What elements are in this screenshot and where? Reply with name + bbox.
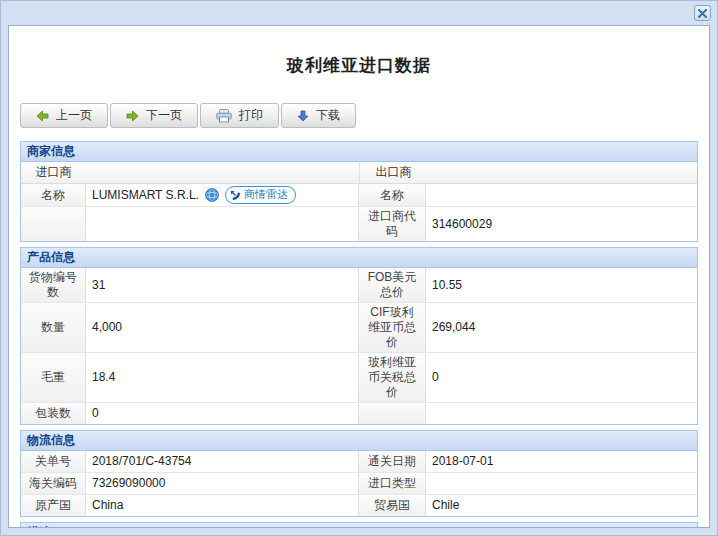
customs-no-value: 2018/701/C-43754 [86,451,359,472]
table-row: 数量 4,000 CIF玻利维亚币总价 269,044 [21,303,697,353]
importer-name-value: LUMISMART S.R.L. [86,184,359,206]
exporter-name-value [426,184,697,206]
close-icon [698,9,707,18]
hs-code-label: 海关编码 [21,473,86,494]
table-row: 货物编号数 31 FOB美元总价 10.55 [21,268,697,303]
download-label: 下载 [316,107,340,124]
radar-icon [230,190,241,201]
table-row: 毛重 18.4 玻利维亚币关税总价 0 [21,353,697,403]
exporter-column-header: 出口商 [360,164,427,181]
cargo-count-value: 31 [86,268,359,302]
detail-sections: 商家信息 进口商 出口商 名称 LUMISMART S.R.L. [20,141,698,528]
empty-value-cell [86,207,359,241]
page-title: 玻利维亚进口数据 [9,54,709,77]
print-label: 打印 [239,107,263,124]
print-button[interactable]: 打印 [200,103,279,128]
prev-page-button[interactable]: 上一页 [20,103,108,128]
table-row: 原产国 China 贸易国 Chile [21,495,697,516]
cargo-count-label: 货物编号数 [21,268,86,302]
cif-total-value: 269,044 [426,303,697,352]
arrow-left-icon [36,110,49,122]
printer-icon [216,109,232,123]
package-count-label: 包装数 [21,403,86,424]
fob-usd-value: 10.55 [426,268,697,302]
cif-total-label: CIF玻利维亚币总价 [359,303,426,352]
importer-name-text: LUMISMART S.R.L. [92,188,199,203]
importer-code-value: 314600029 [426,207,697,241]
section-product: 产品信息 货物编号数 31 FOB美元总价 10.55 数量 4,000 CIF… [20,247,698,425]
quantity-label: 数量 [21,303,86,352]
import-data-dialog: 玻利维亚进口数据 上一页 下一页 [0,0,718,536]
import-type-label: 进口类型 [359,473,426,494]
next-page-button[interactable]: 下一页 [110,103,198,128]
importer-name-label: 名称 [21,184,86,206]
section-description: 描述 产品描述 SUJETARDOR CONECTOR PARA TUBOS L… [20,522,698,528]
importer-column-header: 进口商 [21,164,86,181]
table-row: 进口商代码 314600029 [21,207,697,241]
origin-country-label: 原产国 [21,495,86,516]
section-merchant-header: 商家信息 [21,142,697,162]
customs-no-label: 关单号 [21,451,86,472]
tariff-total-label: 玻利维亚币关税总价 [359,353,426,402]
radar-badge-label: 商情雷达 [244,188,288,202]
table-row: 海关编码 73269090000 进口类型 [21,473,697,495]
toolbar: 上一页 下一页 打印 [20,103,709,128]
table-row: 包装数 0 [21,403,697,424]
next-page-label: 下一页 [146,107,182,124]
download-button[interactable]: 下载 [281,103,356,128]
empty-value-cell [426,403,697,424]
business-radar-badge[interactable]: 商情雷达 [225,186,296,204]
prev-page-label: 上一页 [56,107,92,124]
hs-code-value: 73269090000 [86,473,359,494]
fob-usd-label: FOB美元总价 [359,268,426,302]
gross-weight-value: 18.4 [86,353,359,402]
close-button[interactable] [694,5,711,21]
table-row: 关单号 2018/701/C-43754 通关日期 2018-07-01 [21,451,697,473]
clearance-date-value: 2018-07-01 [426,451,697,472]
gross-weight-label: 毛重 [21,353,86,402]
package-count-value: 0 [86,403,359,424]
section-product-header: 产品信息 [21,248,697,268]
quantity-value: 4,000 [86,303,359,352]
trade-country-label: 贸易国 [359,495,426,516]
table-row: 名称 LUMISMART S.R.L. [21,184,697,207]
import-type-value [426,473,697,494]
globe-icon[interactable] [205,188,219,202]
tariff-total-value: 0 [426,353,697,402]
origin-country-value: China [86,495,359,516]
section-logistics-header: 物流信息 [21,431,697,451]
empty-label-cell [21,207,86,241]
arrow-right-icon [126,110,139,122]
section-description-header: 描述 [21,523,697,528]
exporter-name-label: 名称 [359,184,426,206]
clearance-date-label: 通关日期 [359,451,426,472]
arrow-down-icon [297,110,309,122]
empty-label-cell [359,403,426,424]
importer-code-label: 进口商代码 [359,207,426,241]
merchant-column-headers: 进口商 出口商 [21,162,697,184]
section-logistics: 物流信息 关单号 2018/701/C-43754 通关日期 2018-07-0… [20,430,698,517]
dialog-content: 玻利维亚进口数据 上一页 下一页 [8,25,710,528]
trade-country-value: Chile [426,495,697,516]
section-merchant: 商家信息 进口商 出口商 名称 LUMISMART S.R.L. [20,141,698,242]
